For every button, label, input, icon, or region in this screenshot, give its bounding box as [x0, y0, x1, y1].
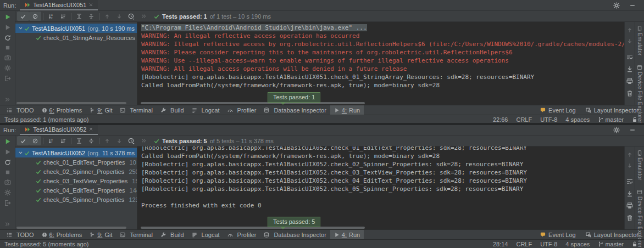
- event-log-button[interactable]: Event Log: [540, 107, 576, 114]
- file-encoding[interactable]: UTF-8: [540, 241, 557, 247]
- clear-console-icon[interactable]: [626, 215, 633, 221]
- emulator-stripe-button[interactable]: Emulator: [637, 26, 643, 56]
- screen-capture-icon[interactable]: [4, 54, 11, 61]
- sort-alphabetically-button[interactable]: [45, 12, 57, 21]
- prev-message-icon[interactable]: [627, 152, 632, 157]
- rerun-tests-button[interactable]: [4, 14, 11, 20]
- tool-tab-todo[interactable]: TODO: [3, 105, 38, 115]
- test-case-row[interactable]: check_04_EditText_Properties 144 ms: [15, 185, 137, 195]
- run-console[interactable]: "C:\Program Files\Android\Android Studio…: [137, 22, 624, 105]
- unlock-icon[interactable]: [632, 117, 637, 122]
- exit-icon[interactable]: [4, 75, 11, 82]
- test-case-row[interactable]: check_05_Spinner_Properties 123 ms: [15, 195, 137, 204]
- show-passed-filter-button[interactable]: [17, 12, 29, 21]
- chevron-down-icon[interactable]: [18, 26, 23, 31]
- soft-wrap-icon[interactable]: [626, 54, 633, 60]
- tree-horizontal-scrollbar[interactable]: [16, 227, 126, 229]
- tool-tab-logcat[interactable]: Logcat: [188, 230, 224, 239]
- chevron-down-icon[interactable]: [18, 150, 23, 155]
- hide-panel-icon[interactable]: [630, 3, 635, 8]
- test-case-row[interactable]: check_02_Spinner_Properties 250 ms: [15, 167, 137, 176]
- tool-tab-database-inspector[interactable]: Database Inspector: [260, 230, 330, 239]
- tool-tab-database-inspector[interactable]: Database Inspector: [260, 105, 330, 115]
- scroll-to-end-icon[interactable]: [626, 190, 633, 197]
- expand-all-button[interactable]: [73, 136, 85, 145]
- test-root-row[interactable]: TestA1BasicUIX052 (org.aplas.basica 11 s…: [15, 148, 137, 157]
- previous-occurrence-button[interactable]: [101, 12, 113, 21]
- console-horizontal-scrollbar[interactable]: [141, 102, 365, 104]
- more-toolbar-chevrons-icon[interactable]: [137, 136, 149, 145]
- tool-tab-todo[interactable]: TODO: [3, 230, 38, 239]
- rerun-tests-button[interactable]: [4, 138, 11, 145]
- emulator-stripe-button[interactable]: Emulator: [637, 150, 643, 181]
- sort-by-duration-button[interactable]: [57, 136, 69, 145]
- sort-by-duration-button[interactable]: [57, 12, 69, 21]
- tool-tab-logcat[interactable]: Logcat: [188, 105, 224, 115]
- expand-all-button[interactable]: [73, 12, 85, 21]
- show-ignored-filter-button[interactable]: [29, 12, 41, 21]
- tool-tab-run[interactable]: 4:Run: [330, 105, 364, 115]
- next-message-icon[interactable]: [627, 163, 632, 168]
- test-history-button[interactable]: [125, 136, 137, 145]
- toggle-auto-test-button[interactable]: [4, 35, 11, 41]
- hide-panel-icon[interactable]: [630, 127, 635, 133]
- clear-console-icon[interactable]: [626, 90, 633, 97]
- layout-inspector-button[interactable]: Layout Inspector: [586, 232, 639, 238]
- test-settings-icon[interactable]: [4, 65, 11, 71]
- more-toolbar-chevrons-icon[interactable]: [137, 12, 149, 21]
- caret-position[interactable]: 28:14: [493, 241, 508, 247]
- tool-tab-git[interactable]: 9:Git: [86, 105, 116, 115]
- hidden-actions-chevrons-icon[interactable]: [5, 222, 10, 227]
- close-tab-icon[interactable]: [89, 127, 93, 131]
- tool-tab-problems[interactable]: 6:Problems: [38, 230, 86, 239]
- tool-tab-run[interactable]: 4:Run: [330, 230, 364, 239]
- close-tab-icon[interactable]: [89, 3, 93, 7]
- prev-message-icon[interactable]: [627, 27, 632, 33]
- hidden-actions-chevrons-icon[interactable]: [5, 97, 10, 102]
- rerun-failed-tests-button[interactable]: [4, 149, 11, 155]
- indent-setting[interactable]: 4 spaces: [565, 241, 590, 247]
- test-history-button[interactable]: [125, 12, 137, 21]
- test-case-row[interactable]: check_01_EditText_Properties 10 s 711 ms: [15, 157, 137, 167]
- test-settings-icon[interactable]: [4, 189, 11, 196]
- test-case-row[interactable]: check_01_StringArray_Resources 10 s 190 …: [15, 33, 137, 42]
- collapse-all-button[interactable]: [85, 12, 97, 21]
- tool-tab-problems[interactable]: 6:Problems: [38, 105, 86, 115]
- previous-occurrence-button[interactable]: [101, 136, 113, 145]
- run-tab[interactable]: TestA1BasicUIX051: [20, 0, 98, 10]
- stop-button[interactable]: [5, 170, 10, 175]
- scroll-to-end-icon[interactable]: [626, 66, 633, 72]
- tool-tab-git[interactable]: 9:Git: [86, 230, 116, 239]
- print-icon[interactable]: [626, 202, 633, 209]
- indent-setting[interactable]: 4 spaces: [565, 116, 590, 123]
- stop-button[interactable]: [5, 45, 10, 50]
- toggle-auto-test-button[interactable]: [4, 159, 11, 166]
- show-ignored-filter-button[interactable]: [29, 136, 41, 145]
- gear-icon[interactable]: [613, 2, 620, 9]
- file-encoding[interactable]: UTF-8: [540, 116, 557, 123]
- caret-position[interactable]: 22:66: [493, 116, 508, 123]
- soft-wrap-icon[interactable]: [626, 178, 633, 185]
- print-icon[interactable]: [626, 78, 633, 84]
- next-occurrence-button[interactable]: [113, 136, 125, 145]
- unlock-icon[interactable]: [632, 241, 637, 247]
- tool-tab-terminal[interactable]: Terminal: [116, 105, 157, 115]
- exit-icon[interactable]: [4, 200, 11, 206]
- tool-tab-build[interactable]: Build: [157, 105, 187, 115]
- tool-tab-build[interactable]: Build: [157, 230, 187, 239]
- next-occurrence-button[interactable]: [113, 12, 125, 21]
- tool-tab-profiler[interactable]: Profiler: [224, 105, 260, 115]
- collapse-all-button[interactable]: [85, 136, 97, 145]
- line-ending[interactable]: CRLF: [516, 116, 532, 123]
- tree-horizontal-scrollbar[interactable]: [16, 102, 126, 104]
- next-message-icon[interactable]: [627, 38, 632, 44]
- screen-capture-icon[interactable]: [4, 179, 11, 185]
- run-tab[interactable]: TestA1BasicUIX052: [20, 125, 98, 135]
- line-ending[interactable]: CRLF: [516, 241, 532, 247]
- run-console[interactable]: [Robolectric] org.aplas.basicappx.TestA1…: [137, 146, 624, 229]
- gear-icon[interactable]: [613, 127, 620, 133]
- layout-inspector-button[interactable]: Layout Inspector: [586, 107, 639, 114]
- test-root-row[interactable]: TestA1BasicUIX051 (org.aplas.basica 10 s…: [15, 24, 137, 33]
- console-horizontal-scrollbar[interactable]: [141, 227, 365, 229]
- tool-tab-terminal[interactable]: Terminal: [116, 230, 157, 239]
